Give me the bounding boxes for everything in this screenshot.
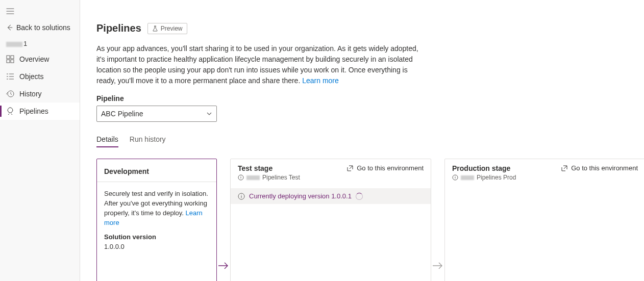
redacted-text: [246, 175, 260, 180]
sidebar-item-label: History: [19, 90, 42, 98]
main-content: Pipelines Preview As your app advances, …: [80, 0, 644, 281]
tab-run-history[interactable]: Run history: [130, 135, 166, 147]
hamburger-menu[interactable]: [0, 4, 80, 18]
test-env-line: Pipelines Test: [238, 174, 300, 181]
pipeline-selected: ABC Pipeline: [101, 110, 143, 118]
stages-row: Development Securely test and verify in …: [96, 159, 644, 281]
prod-card-head: Production stage Pipelines Prod Go to th…: [445, 159, 644, 184]
tabs: Details Run history: [96, 135, 644, 147]
page-header: Pipelines Preview: [96, 22, 644, 34]
redacted-text: [6, 42, 22, 47]
sidebar-item-objects[interactable]: Objects: [0, 68, 80, 85]
deploying-status-bar: Currently deploying version 1.0.0.1: [231, 188, 431, 204]
goto-label: Go to this environment: [571, 164, 638, 172]
sidebar-item-pipelines[interactable]: Pipelines: [0, 103, 80, 120]
sidebar-item-label: Overview: [19, 55, 49, 63]
info-icon: [238, 193, 245, 200]
svg-rect-2: [7, 60, 10, 63]
svg-rect-0: [7, 56, 10, 59]
sidebar-item-label: Objects: [19, 72, 43, 81]
goto-label: Go to this environment: [357, 164, 424, 172]
preview-label: Preview: [161, 25, 183, 32]
stage-card-production: Production stage Pipelines Prod Go to th…: [444, 159, 644, 281]
learn-more-link[interactable]: Learn more: [302, 76, 339, 85]
spinner-icon: [356, 193, 363, 200]
prod-title: Production stage: [452, 164, 516, 172]
arrow-right-icon: [432, 260, 444, 272]
prod-env-name: Pipelines Prod: [477, 174, 516, 181]
sidebar-item-history[interactable]: History: [0, 85, 80, 103]
test-card-head: Test stage Pipelines Test Go to this env…: [231, 159, 431, 184]
status-text: Currently deploying version 1.0.0.1: [249, 192, 352, 200]
solution-name: 1: [0, 37, 80, 50]
svg-rect-1: [11, 56, 14, 59]
back-to-solutions[interactable]: Back to solutions: [0, 18, 80, 37]
dev-title: Development: [104, 167, 209, 175]
dev-body: Securely test and verify in isolation. A…: [97, 182, 216, 259]
rocket-icon: [6, 107, 14, 115]
preview-badge: Preview: [147, 23, 187, 34]
chevron-down-icon: [206, 111, 212, 117]
pipeline-dropdown[interactable]: ABC Pipeline: [96, 106, 217, 122]
stage-arrow: [217, 159, 230, 281]
grid-icon: [6, 55, 14, 63]
page-description: As your app advances, you'll start shari…: [96, 43, 423, 86]
solution-version-value: 1.0.0.0: [104, 242, 209, 252]
goto-environment-link[interactable]: Go to this environment: [561, 164, 638, 172]
arrow-right-icon: [217, 260, 230, 272]
info-icon: [238, 174, 244, 181]
solution-suffix: 1: [23, 40, 27, 47]
goto-environment-link[interactable]: Go to this environment: [346, 164, 424, 172]
redacted-text: [461, 175, 474, 180]
solution-version-label: Solution version: [104, 233, 209, 242]
prod-env-line: Pipelines Prod: [452, 174, 516, 181]
pipeline-field-label: Pipeline: [96, 94, 644, 103]
info-icon: [452, 174, 458, 181]
test-title: Test stage: [238, 164, 300, 172]
stage-arrow: [431, 159, 444, 281]
list-icon: [6, 72, 14, 81]
stage-card-development: Development Securely test and verify in …: [96, 159, 217, 281]
sidebar-item-label: Pipelines: [19, 107, 48, 115]
stage-card-test: Test stage Pipelines Test Go to this env…: [230, 159, 431, 281]
back-label: Back to solutions: [16, 23, 70, 32]
sidebar-item-overview[interactable]: Overview: [0, 50, 80, 68]
sidebar: Back to solutions 1 Overview Objects His…: [0, 0, 80, 281]
svg-rect-3: [11, 60, 14, 63]
arrow-left-icon: [6, 24, 13, 31]
open-icon: [346, 165, 354, 172]
history-icon: [6, 90, 14, 98]
page-title: Pipelines: [96, 22, 141, 34]
description-text: As your app advances, you'll start shari…: [96, 44, 418, 85]
test-env-name: Pipelines Test: [262, 174, 300, 181]
open-icon: [561, 165, 568, 172]
dev-card-head: Development: [97, 159, 216, 182]
hamburger-icon: [6, 7, 14, 15]
tab-details[interactable]: Details: [96, 135, 118, 147]
beaker-icon: [152, 25, 158, 32]
